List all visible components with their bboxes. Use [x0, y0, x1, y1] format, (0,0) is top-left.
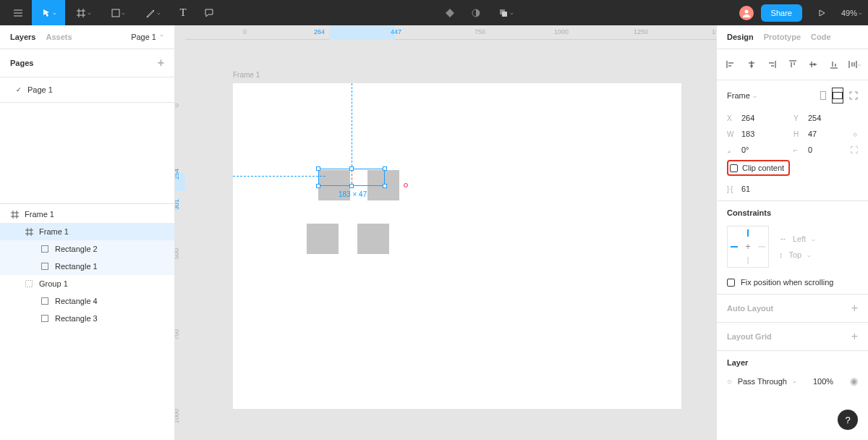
share-button[interactable]: Share	[761, 4, 802, 22]
layers-list: Frame 1 Frame 1 Rectangle 2 Rectangle 1 …	[0, 204, 174, 440]
tab-design[interactable]: Design	[727, 33, 754, 41]
clip-content-toggle[interactable]: Clip content	[727, 160, 790, 176]
resize-to-fit-icon[interactable]	[849, 91, 858, 100]
layer-rect[interactable]: Rectangle 2	[0, 240, 174, 258]
layer-rect[interactable]: Rectangle 4	[0, 292, 174, 310]
frame-tool[interactable]: ⌵	[67, 0, 100, 25]
h-input[interactable]: 47	[808, 130, 844, 138]
design-panel: Design Prototype Code ⌵ Frame⌵	[716, 25, 868, 440]
pen-tool[interactable]: ⌵	[136, 0, 169, 25]
left-panel: Layers Assets Page 1⌃ Pages + ✓Page 1 Fr…	[0, 25, 175, 440]
layer-frame-top[interactable]: Frame 1	[0, 206, 174, 223]
y-input[interactable]: 254	[808, 114, 844, 122]
tab-assets[interactable]: Assets	[46, 33, 72, 41]
x-input[interactable]: 264	[741, 114, 778, 122]
rotation-icon: ⦟	[727, 146, 736, 154]
rectangle-icon	[41, 297, 49, 305]
constraints-widget[interactable]: +	[727, 226, 769, 268]
align-bottom-icon[interactable]	[826, 56, 842, 72]
rectangle-icon	[41, 245, 49, 253]
alignment-row: ⌵	[717, 49, 868, 80]
align-right-icon[interactable]	[764, 56, 780, 72]
svg-rect-10	[821, 92, 826, 100]
menu-button[interactable]	[6, 0, 30, 25]
page-row[interactable]: ✓Page 1	[0, 80, 174, 99]
constraint-v-select[interactable]: ↕Top⌵	[779, 250, 815, 259]
comment-tool[interactable]	[197, 0, 221, 25]
constraints-title: Constraints	[727, 208, 858, 217]
svg-rect-8	[42, 298, 48, 305]
zoom-level[interactable]: 49%⌵	[841, 9, 862, 17]
blend-icon: ○	[727, 377, 732, 386]
spacing-input[interactable]: 61	[741, 185, 778, 193]
anchor-indicator	[404, 183, 408, 187]
svg-rect-7	[26, 281, 33, 287]
page-indicator[interactable]: Page 1⌃	[131, 33, 164, 41]
align-top-icon[interactable]	[785, 56, 801, 72]
layer-rect[interactable]: Rectangle 3	[0, 310, 174, 327]
boolean-tool[interactable]: ⌵	[490, 0, 523, 25]
frame-label[interactable]: Frame 1	[233, 71, 260, 79]
fix-position-checkbox[interactable]	[727, 279, 735, 287]
group-icon	[25, 279, 33, 288]
artboard-frame[interactable]: Frame 1	[233, 83, 681, 409]
rectangle[interactable]	[307, 224, 339, 254]
frame-type-selector[interactable]: Frame⌵	[727, 91, 757, 100]
svg-rect-9	[42, 316, 48, 322]
svg-rect-3	[502, 12, 507, 17]
independent-corners-icon[interactable]: ⛶	[850, 145, 858, 154]
avatar[interactable]	[739, 6, 754, 20]
opacity-input[interactable]: 100%	[813, 377, 833, 386]
rectangle[interactable]	[357, 224, 389, 254]
canvas[interactable]: 0 264 447 750 1000 1250 1500 0 254 301 5…	[175, 25, 716, 440]
align-hcenter-icon[interactable]	[744, 56, 760, 72]
rectangle-icon	[41, 262, 49, 271]
help-button[interactable]: ?	[838, 410, 858, 430]
add-auto-layout[interactable]: +	[851, 302, 858, 315]
layer-frame[interactable]: Frame 1	[0, 223, 174, 240]
svg-rect-5	[42, 246, 48, 253]
selection-box[interactable]	[318, 169, 385, 186]
layer-section-title: Layer	[727, 358, 858, 367]
selection-dimensions: 183 × 47	[339, 190, 367, 198]
frame-icon	[25, 227, 33, 236]
move-tool[interactable]: ⌵	[32, 0, 65, 25]
pages-header: Pages	[10, 59, 33, 67]
ruler-vertical: 0 254 301 500 750 1000	[175, 40, 185, 440]
mask-icon[interactable]	[464, 0, 488, 25]
shape-tool[interactable]: ⌵	[101, 0, 135, 25]
present-button[interactable]	[809, 0, 834, 25]
fix-position-label: Fix position when scrolling	[741, 278, 833, 287]
layer-group[interactable]: Group 1	[0, 275, 174, 292]
orient-portrait[interactable]	[817, 88, 829, 103]
add-page-button[interactable]: +	[158, 56, 164, 69]
checkbox-icon	[730, 164, 738, 172]
align-left-icon[interactable]	[723, 56, 739, 72]
constraint-h-select[interactable]: ↔Left⌵	[779, 234, 815, 243]
components-icon[interactable]	[438, 0, 462, 25]
radius-input[interactable]: 0	[808, 145, 844, 154]
link-dimensions-icon[interactable]: ⟐	[853, 130, 858, 138]
blend-mode-select[interactable]: ○ Pass Through ⌵	[727, 377, 796, 386]
radius-icon: ⌐	[793, 146, 802, 154]
tab-layers[interactable]: Layers	[10, 33, 35, 41]
add-layout-grid[interactable]: +	[851, 330, 858, 343]
svg-rect-0	[112, 9, 119, 17]
svg-rect-6	[42, 263, 48, 270]
text-tool[interactable]: T	[171, 0, 195, 25]
distribute-icon[interactable]: ⌵	[846, 56, 862, 72]
align-vcenter-icon[interactable]	[805, 56, 821, 72]
ruler-h-selection	[329, 25, 395, 40]
auto-layout-label: Auto Layout	[727, 304, 773, 313]
tab-code[interactable]: Code	[811, 33, 831, 41]
tab-prototype[interactable]: Prototype	[764, 33, 801, 41]
orient-landscape[interactable]	[832, 88, 843, 103]
rectangle-icon	[41, 314, 49, 323]
svg-rect-11	[833, 93, 843, 99]
layout-grid-label: Layout Grid	[727, 332, 772, 341]
rotation-input[interactable]: 0°	[741, 145, 778, 154]
layer-rect[interactable]: Rectangle 1	[0, 258, 174, 275]
frame-icon	[10, 210, 19, 219]
visibility-icon[interactable]: ◉	[850, 376, 858, 386]
w-input[interactable]: 183	[741, 130, 778, 138]
